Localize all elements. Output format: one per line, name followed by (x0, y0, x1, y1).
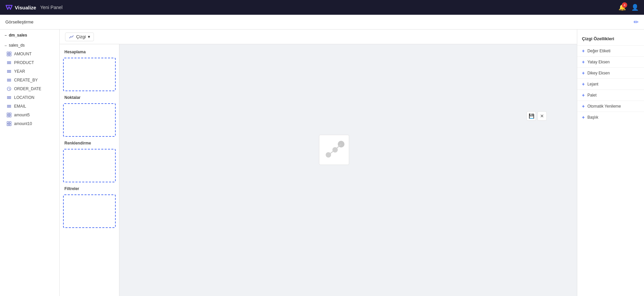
navbar: Visualize Yeni Panel 🔔 4 👤 (0, 0, 644, 15)
svg-rect-27 (7, 122, 9, 123)
panel-title: Yeni Panel (40, 5, 62, 10)
center-inner: Hesaplama Noktalar Renklendirme Filtrele… (60, 44, 577, 296)
prop-yatay-eksen[interactable]: + Yatay Eksen (577, 56, 644, 67)
svg-rect-25 (7, 115, 9, 117)
prop-label-dikey-eksen: Dikey Eksen (587, 71, 610, 75)
drop-zone-renklendirme[interactable] (63, 149, 116, 182)
svg-rect-28 (9, 122, 11, 123)
sales-ds-row[interactable]: – sales_ds (0, 41, 59, 50)
field-amount10[interactable]: amount10 (0, 119, 59, 128)
line-chart-preview-icon (322, 138, 346, 162)
line-icon-2 (7, 69, 11, 74)
plus-icon-2: + (582, 59, 585, 65)
user-button[interactable]: 👤 (631, 4, 639, 11)
section-hesaplama: Hesaplama (60, 48, 119, 91)
field-AMOUNT[interactable]: AMOUNT (0, 50, 59, 58)
prop-otomatik-yenileme[interactable]: + Otomatik Yenileme (577, 101, 644, 112)
prop-label-deger-etiketi: Değer Etiketi (587, 49, 610, 53)
line-icon-3 (7, 78, 11, 82)
canvas-area: 💾 ✕ (119, 44, 577, 296)
svg-line-34 (328, 150, 335, 155)
field-YEAR[interactable]: YEAR (0, 67, 59, 76)
collapse-icon[interactable]: – (5, 33, 7, 37)
drop-zone-noktalar[interactable] (63, 103, 116, 137)
prop-label-lejant: Lejant (587, 82, 598, 86)
logo-icon (5, 4, 13, 11)
svg-rect-2 (9, 52, 11, 54)
svg-line-16 (9, 89, 10, 90)
svg-rect-3 (7, 54, 9, 56)
sales-ds-label: sales_ds (9, 43, 24, 48)
save-icon: 💾 (529, 113, 534, 119)
plus-icon-1: + (582, 48, 585, 54)
plus-icon-4: + (582, 81, 585, 87)
right-panel: Çizgi Özellikleri + Değer Etiketi + Yata… (577, 29, 644, 296)
prop-label-otomatik-yenileme: Otomatik Yenileme (587, 104, 621, 109)
datasource-header: – dm_sales (0, 29, 59, 41)
app-logo: Visualize (5, 4, 36, 11)
prop-label-baslik: Başlık (587, 115, 598, 120)
notification-badge: 4 (622, 2, 627, 8)
plus-icon-7: + (582, 115, 585, 120)
section-noktalar-title: Noktalar (60, 94, 119, 101)
line-icon-4 (7, 95, 11, 100)
line-chart-type-icon (69, 34, 74, 40)
svg-rect-23 (7, 113, 9, 115)
prop-baslik[interactable]: + Başlık (577, 112, 644, 123)
section-renklendirme-title: Renklendirme (60, 139, 119, 147)
prop-deger-etiketi[interactable]: + Değer Etiketi (577, 45, 644, 56)
prop-lejant[interactable]: + Lejant (577, 78, 644, 90)
chart-type-bar: Çizgi ▾ (60, 29, 577, 44)
section-filtreler: Filtreler (60, 185, 119, 228)
svg-rect-24 (9, 113, 11, 115)
dropdown-arrow-icon: ▾ (88, 34, 90, 39)
field-amount5[interactable]: amount5 (0, 111, 59, 119)
field-CREATE_BY[interactable]: CREATE_BY (0, 76, 59, 84)
subheader-title: Görselleştirme (5, 19, 34, 24)
plus-icon-6: + (582, 104, 585, 109)
prop-dikey-eksen[interactable]: + Dikey Eksen (577, 67, 644, 78)
svg-rect-26 (9, 115, 11, 117)
app-name: Visualize (15, 5, 36, 10)
field-EMAIL[interactable]: EMAIL (0, 102, 59, 111)
close-widget-button[interactable]: ✕ (537, 111, 547, 121)
chart-type-selector[interactable]: Çizgi ▾ (65, 33, 94, 41)
drop-zone-hesaplama[interactable] (63, 58, 116, 91)
prop-label-yatay-eksen: Yatay Eksen (587, 60, 609, 64)
navbar-right: 🔔 4 👤 (619, 4, 639, 11)
section-renklendirme: Renklendirme (60, 139, 119, 182)
datasource-name: dm_sales (9, 33, 27, 38)
center-panel: Çizgi ▾ Hesaplama Noktalar Renklendirme (60, 29, 577, 296)
field-ORDER_DATE[interactable]: ORDER_DATE (0, 84, 59, 93)
plus-icon-3: + (582, 70, 585, 76)
save-widget-button[interactable]: 💾 (527, 111, 536, 121)
chart-widget[interactable] (319, 135, 349, 165)
section-hesaplama-title: Hesaplama (60, 48, 119, 56)
clock-icon (7, 86, 11, 91)
prop-palet[interactable]: + Palet (577, 90, 644, 101)
grid-icon (7, 52, 11, 56)
main-layout: – dm_sales – sales_ds AMOUNT PRODUCT YEA… (0, 29, 644, 296)
navbar-left: Visualize Yeni Panel (5, 4, 62, 11)
field-LOCATION[interactable]: LOCATION (0, 93, 59, 102)
fields-list: AMOUNT PRODUCT YEAR CREATE_BY ORDER_DATE… (0, 50, 59, 128)
field-PRODUCT[interactable]: PRODUCT (0, 58, 59, 67)
line-icon-5 (7, 104, 11, 109)
close-icon: ✕ (540, 113, 544, 119)
svg-rect-30 (9, 124, 11, 126)
drop-zone-filtreler[interactable] (63, 194, 116, 228)
notification-button[interactable]: 🔔 4 (619, 4, 626, 11)
section-noktalar: Noktalar (60, 94, 119, 137)
section-filtreler-title: Filtreler (60, 185, 119, 192)
svg-rect-4 (9, 54, 11, 56)
edit-button[interactable]: ✏ (634, 18, 639, 26)
line-icon (7, 60, 11, 65)
chart-type-label: Çizgi (76, 34, 86, 39)
right-panel-title: Çizgi Özellikleri (577, 34, 644, 45)
plus-icon-5: + (582, 93, 585, 98)
left-sidebar: – dm_sales – sales_ds AMOUNT PRODUCT YEA… (0, 29, 60, 296)
subheader: Görselleştirme ✏ (0, 15, 644, 29)
grid-icon-3 (7, 121, 11, 126)
svg-rect-29 (7, 124, 9, 126)
widget-toolbar: 💾 ✕ (527, 111, 547, 121)
